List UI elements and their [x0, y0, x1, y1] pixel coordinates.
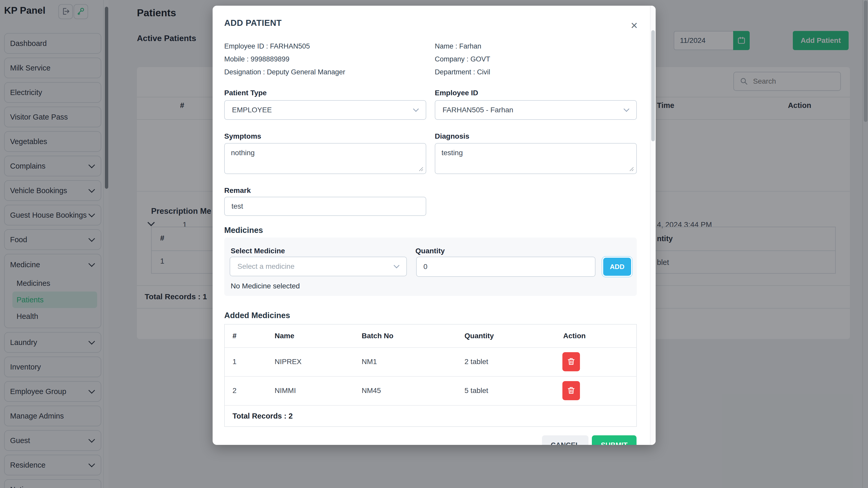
cell-qty: 2 tablet — [464, 358, 488, 366]
added-total-records: Total Records : 2 — [232, 412, 293, 420]
employee-id-value: FARHAN505 - Farhan — [442, 106, 513, 114]
quantity-label: Quantity — [415, 247, 445, 255]
modal-scrollbar — [650, 6, 656, 445]
col-action: Action — [563, 332, 586, 340]
divider — [225, 376, 636, 377]
symptoms-textarea[interactable]: nothing — [224, 143, 426, 174]
diagnosis-label: Diagnosis — [435, 132, 469, 140]
col-batch: Batch No — [362, 332, 394, 340]
add-patient-modal: ADD PATIENT × Employee ID : FARHAN505 Mo… — [213, 6, 656, 445]
close-icon[interactable]: × — [626, 17, 643, 34]
medicine-picker-panel: Select Medicine Quantity Select a medici… — [224, 237, 637, 296]
resize-handle-icon[interactable] — [628, 165, 634, 173]
cell-num: 2 — [232, 387, 237, 395]
remark-label: Remark — [224, 187, 251, 195]
patient-type-label: Patient Type — [224, 89, 267, 97]
divider — [225, 405, 636, 405]
cell-name: NIMMI — [275, 387, 296, 395]
remark-input[interactable] — [224, 197, 426, 216]
col-hash: # — [232, 332, 237, 340]
trash-icon — [567, 357, 576, 367]
info-designation: Designation : Deputy General Manager — [224, 68, 345, 76]
screen: KP Panel Dashboard Milk Service Electric… — [0, 0, 868, 488]
divider — [225, 347, 636, 348]
modal-scrollbar-thumb[interactable] — [651, 30, 655, 141]
no-medicine-text: No Medicine selected — [231, 282, 300, 290]
submit-button[interactable]: SUBMIT — [592, 435, 637, 445]
cell-num: 1 — [232, 358, 237, 366]
medicine-select[interactable]: Select a medicine — [230, 257, 407, 276]
trash-icon — [567, 386, 576, 396]
employee-id-select[interactable]: FARHAN505 - Farhan — [435, 100, 637, 120]
medicine-select-placeholder: Select a medicine — [238, 262, 294, 270]
medicines-heading: Medicines — [224, 226, 263, 235]
resize-handle-icon[interactable] — [417, 165, 424, 173]
add-medicine-button[interactable]: ADD — [602, 257, 632, 277]
chevron-down-icon — [624, 106, 629, 112]
col-quantity: Quantity — [464, 332, 494, 340]
cell-name: NIPREX — [275, 358, 302, 366]
info-name: Name : Farhan — [435, 42, 481, 51]
info-department: Department : Civil — [435, 68, 490, 76]
patient-type-select[interactable]: EMPLOYEE — [224, 100, 426, 120]
chevron-down-icon — [394, 263, 400, 268]
employee-id-label: Employee ID — [435, 89, 478, 97]
delete-medicine-button[interactable] — [562, 352, 580, 371]
cell-batch: NM1 — [362, 358, 377, 366]
col-name: Name — [275, 332, 294, 340]
diagnosis-textarea[interactable]: testing — [435, 143, 637, 174]
patient-type-value: EMPLOYEE — [232, 106, 272, 114]
cancel-button[interactable]: CANCEL — [542, 435, 588, 445]
info-employee-id: Employee ID : FARHAN505 — [224, 42, 310, 51]
info-company: Company : GOVT — [435, 55, 490, 63]
added-medicines-heading: Added Medicines — [224, 311, 290, 320]
cell-batch: NM45 — [362, 387, 381, 395]
info-mobile: Mobile : 9998889899 — [224, 55, 289, 63]
select-medicine-label: Select Medicine — [231, 247, 285, 255]
delete-medicine-button[interactable] — [562, 381, 580, 400]
cell-qty: 5 tablet — [464, 387, 488, 395]
modal-title: ADD PATIENT — [224, 18, 282, 28]
added-medicines-table: # Name Batch No Quantity Action 1 NIPREX… — [224, 324, 637, 427]
quantity-input[interactable] — [416, 257, 595, 277]
symptoms-label: Symptoms — [224, 132, 261, 140]
chevron-down-icon — [413, 106, 419, 112]
